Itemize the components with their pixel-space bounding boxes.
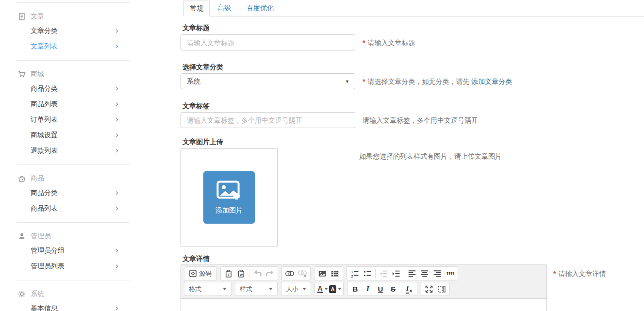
sidebar-section-label: 文章 — [31, 12, 44, 21]
paste-text-icon[interactable]: T — [222, 267, 235, 280]
sidebar-item-label: 文章列表 — [31, 42, 58, 51]
sidebar-section-label: 管理员 — [31, 232, 51, 241]
remove-format-button[interactable]: I× — [403, 283, 415, 295]
format-dropdown[interactable]: 格式 — [184, 282, 231, 296]
caret-down-icon — [324, 288, 328, 290]
basket-icon — [18, 175, 26, 182]
tab-active[interactable]: 常规 — [183, 0, 210, 16]
sidebar-section-header[interactable]: 文章 — [17, 10, 130, 23]
editor-toolbar: 源码 T W 12 — [181, 264, 546, 298]
chevron-right-icon: › — [116, 42, 118, 50]
sidebar-item[interactable]: 商品列表› — [17, 97, 130, 112]
sidebar-section-header[interactable]: 商城 — [17, 67, 130, 81]
unlink-icon[interactable] — [296, 267, 309, 280]
chevron-right-icon: › — [116, 115, 118, 123]
italic-button[interactable]: I — [362, 283, 374, 295]
size-dropdown[interactable]: 大小 — [281, 282, 311, 296]
sidebar-item[interactable]: 管理员列表› — [17, 259, 130, 274]
paste-word-icon[interactable]: W — [235, 267, 248, 280]
svg-text:W: W — [240, 273, 243, 276]
outdent-icon[interactable] — [377, 267, 390, 280]
sidebar-item[interactable]: 文章列表› — [17, 39, 130, 54]
image-upload-label: 文章图片上传 — [182, 138, 223, 147]
text-color-icon[interactable]: A — [316, 283, 329, 295]
article-title-hint: *请输入文章标题 — [363, 39, 415, 48]
underline-button[interactable]: U — [374, 283, 387, 295]
sidebar-item[interactable]: 基本信息› — [17, 301, 130, 311]
sidebar-item[interactable]: 文章分类› — [17, 23, 130, 39]
category-select[interactable]: 系统 ▼ — [181, 73, 355, 89]
tab-inactive[interactable]: 高级 — [210, 0, 239, 16]
chevron-right-icon: › — [116, 188, 118, 196]
sidebar-item-label: 管理员分组 — [31, 246, 65, 255]
add-image-button[interactable]: 添加图片 — [203, 171, 255, 224]
indent-icon[interactable] — [390, 267, 402, 280]
maximize-icon[interactable] — [423, 283, 435, 295]
ordered-list-icon[interactable]: 12 — [348, 267, 361, 280]
sidebar-section-label: 商品 — [31, 174, 44, 183]
tags-input[interactable] — [181, 112, 355, 128]
sidebar-section-header[interactable]: 商品 — [17, 172, 130, 185]
link-icon[interactable] — [283, 267, 296, 280]
toolbar-row-1: 源码 T W 12 — [184, 266, 544, 280]
sidebar-item-label: 商城设置 — [31, 131, 58, 140]
redo-icon[interactable] — [264, 267, 276, 280]
undo-icon[interactable] — [251, 267, 264, 280]
bold-button[interactable]: B — [349, 283, 362, 295]
richtext-editor: 源码 T W 12 — [181, 264, 547, 311]
tab-inactive[interactable]: 百度优化 — [239, 0, 281, 16]
bg-color-icon[interactable]: A — [329, 283, 342, 295]
tab-bar: 常规高级百度优化 — [183, 0, 644, 16]
sidebar-section: 管理员管理员分组›管理员列表› — [17, 222, 130, 280]
tags-label: 文章标签 — [182, 102, 210, 111]
styles-dropdown[interactable]: 样式 — [235, 282, 278, 296]
blockquote-icon[interactable]: ”” — [444, 267, 456, 280]
show-blocks-icon[interactable] — [435, 283, 448, 295]
source-button[interactable]: 源码 — [186, 267, 215, 280]
gear-icon — [18, 290, 26, 298]
image-upload-dropzone[interactable]: 添加图片 — [181, 148, 278, 246]
sidebar-section-header[interactable]: 管理员 — [17, 229, 130, 243]
chevron-right-icon: › — [116, 99, 118, 108]
sidebar-section: 商品商品分类›商品列表› — [17, 164, 130, 222]
align-center-icon[interactable] — [418, 267, 431, 280]
sidebar-section: 文章文章分类›文章列表› — [17, 2, 130, 60]
strikethrough-button[interactable]: S — [387, 283, 399, 295]
sidebar-item-label: 商品列表 — [31, 204, 58, 213]
align-right-icon[interactable] — [431, 267, 444, 280]
user-icon — [18, 232, 26, 240]
sidebar-item[interactable]: 订单列表› — [17, 112, 130, 128]
sidebar-item[interactable]: 商城设置› — [17, 128, 130, 143]
caret-down-icon — [302, 288, 306, 290]
sidebar-section-label: 系统 — [31, 290, 44, 298]
article-title-label: 文章标题 — [182, 24, 210, 33]
sidebar-item[interactable]: 商品列表› — [17, 201, 130, 216]
chevron-right-icon: › — [116, 146, 118, 154]
sidebar-item[interactable]: 退款列表› — [17, 143, 130, 159]
source-button-label: 源码 — [199, 269, 212, 278]
required-asterisk: * — [363, 39, 365, 47]
content-hint: *请输入文章详情 — [553, 270, 606, 278]
article-title-input[interactable] — [181, 34, 355, 50]
category-hint: *请选择文章分类，如无分类，请先 添加文章分类 — [363, 78, 512, 86]
add-category-link[interactable]: 添加文章分类 — [471, 78, 512, 85]
required-asterisk: * — [553, 270, 556, 278]
sidebar-item-label: 商品列表 — [31, 100, 58, 109]
sidebar-item[interactable]: 商品分类› — [17, 185, 130, 201]
sidebar-section-label: 商城 — [31, 70, 44, 79]
sidebar-item[interactable]: 商品分类› — [17, 81, 130, 97]
caret-down-icon — [223, 288, 227, 290]
svg-text:1: 1 — [351, 270, 353, 274]
chevron-right-icon: › — [116, 262, 118, 270]
align-left-icon[interactable] — [406, 267, 418, 280]
sidebar-item[interactable]: 管理员分组› — [17, 243, 130, 259]
svg-text:T: T — [228, 272, 230, 277]
editor-content-area[interactable] — [181, 298, 546, 311]
sidebar-section-header[interactable]: 系统 — [17, 287, 130, 301]
article-edit-page: 文章文章分类›文章列表›商城商品分类›商品列表›订单列表›商城设置›退款列表›商… — [0, 0, 644, 311]
sidebar-item-label: 退款列表 — [31, 147, 58, 155]
add-image-button-label: 添加图片 — [215, 206, 243, 215]
insert-table-icon[interactable] — [329, 267, 341, 280]
bulleted-list-icon[interactable] — [361, 267, 374, 280]
insert-image-icon[interactable] — [316, 267, 329, 280]
